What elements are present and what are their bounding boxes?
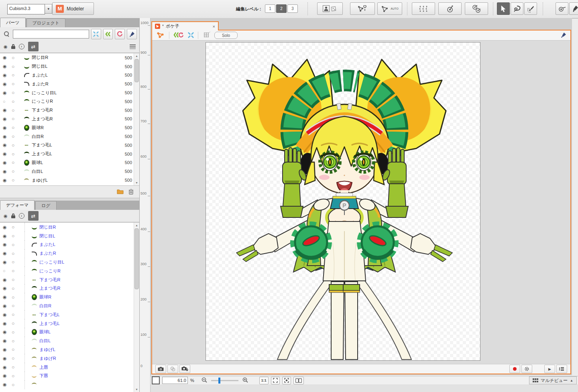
list-item[interactable]: 上まつ毛L (0, 319, 134, 328)
list-item[interactable]: まゆげR (0, 354, 134, 363)
table-row[interactable]: 上まつ毛R500 (0, 115, 134, 124)
pen-tool-button[interactable] (569, 2, 578, 15)
model-texture-view-button[interactable] (317, 2, 343, 15)
multiply-toggle[interactable] (12, 224, 22, 230)
multiply-toggle[interactable] (12, 364, 22, 370)
visibility-toggle[interactable] (3, 329, 12, 335)
multiply-toggle[interactable] (12, 312, 22, 317)
multiview-button[interactable]: マルチビュー ▲ (529, 376, 577, 384)
list-item[interactable]: まぶたL (0, 240, 134, 249)
visibility-toggle[interactable] (3, 99, 12, 104)
trash-icon[interactable] (128, 189, 134, 195)
brush-select-tool-button[interactable] (524, 2, 537, 15)
parts-scrollbar[interactable]: ▲ ▼ (134, 53, 139, 185)
tab-project[interactable]: プロジェクト (26, 18, 66, 27)
table-row[interactable]: 閉じ目R500 (0, 53, 134, 62)
play-button[interactable]: ▶ (544, 365, 555, 373)
list-item[interactable]: 閉じ目R (0, 223, 134, 232)
list-item[interactable]: まぶたR (0, 249, 134, 258)
table-row[interactable]: 白目L500 (0, 167, 134, 176)
table-row[interactable]: 下まつ毛L500 (0, 141, 134, 150)
multiply-toggle[interactable] (12, 99, 22, 104)
multiply-toggle[interactable] (12, 242, 22, 248)
multiply-toggle[interactable] (12, 55, 22, 61)
warp-deformer-button[interactable] (412, 2, 435, 15)
visibility-toggle[interactable] (3, 242, 12, 247)
visibility-toggle[interactable] (3, 169, 12, 174)
list-item[interactable]: 閉じ目L (0, 232, 134, 240)
arrow-tool-button[interactable] (497, 2, 510, 15)
visibility-toggle[interactable] (3, 286, 12, 291)
visibility-toggle[interactable] (3, 321, 12, 326)
expand-arrows-icon[interactable] (188, 32, 194, 39)
visibility-toggle[interactable] (3, 303, 12, 309)
visibility-toggle[interactable] (3, 160, 12, 165)
mesh-auto-button[interactable]: AUTO (377, 2, 402, 15)
multiply-toggle[interactable] (12, 251, 22, 256)
solo-button[interactable]: Solo (214, 32, 238, 39)
multiply-toggle[interactable] (12, 338, 22, 344)
list-item[interactable]: にっこりR (0, 266, 134, 275)
search-icon[interactable] (2, 30, 11, 39)
visibility-toggle[interactable] (3, 81, 12, 87)
visibility-toggle[interactable] (3, 295, 12, 300)
multiply-toggle[interactable] (12, 116, 22, 122)
visibility-toggle[interactable] (3, 277, 12, 282)
list-item[interactable]: 白目R (0, 302, 134, 311)
multiply-toggle[interactable] (12, 90, 22, 95)
list-item[interactable]: 白目L (0, 337, 134, 345)
table-row[interactable]: 白目R500 (0, 132, 134, 141)
zoom-in-icon[interactable] (242, 377, 248, 384)
multiply-toggle[interactable] (12, 142, 22, 148)
zoom-input[interactable]: 61.0 (162, 377, 188, 384)
visibility-toggle[interactable] (3, 64, 12, 69)
visibility-toggle[interactable] (3, 225, 12, 230)
multiply-toggle[interactable] (12, 64, 22, 69)
expand-children-icon[interactable]: › (19, 44, 24, 49)
table-row[interactable]: まゆげL500 (0, 176, 134, 185)
table-row[interactable]: 眼球L500 (0, 158, 134, 167)
table-row[interactable]: 閉じ目L500 (0, 62, 134, 71)
table-row[interactable]: まぶたL500 (0, 71, 134, 80)
zoom-slider[interactable] (211, 380, 238, 381)
visibility-toggle[interactable] (3, 134, 12, 139)
multiply-toggle[interactable] (12, 233, 22, 239)
multiply-toggle[interactable] (12, 169, 22, 174)
deformer-scrollbar[interactable]: ▲ ▼ (134, 223, 139, 392)
table-row[interactable]: 上まつ毛L500 (0, 150, 134, 158)
scrollbar-thumb[interactable] (134, 228, 139, 289)
visibility-toggle[interactable] (3, 365, 12, 370)
grid-toggle-icon[interactable] (202, 32, 210, 39)
lasso-tool-button[interactable] (511, 2, 523, 15)
visibility-toggle[interactable] (3, 347, 12, 352)
multiply-toggle[interactable] (12, 355, 22, 361)
canvas-tab[interactable]: * ポケ子 × (151, 21, 219, 30)
gear-icon[interactable] (521, 365, 532, 373)
fit-selection-icon[interactable] (282, 377, 291, 384)
multiply-toggle[interactable] (12, 268, 22, 274)
view-pin-icon[interactable] (561, 32, 566, 39)
lock-icon[interactable] (11, 44, 15, 49)
multiply-toggle[interactable] (12, 134, 22, 139)
expand-all-button[interactable] (91, 29, 101, 39)
canvas-workspace[interactable]: P (152, 41, 570, 364)
table-row[interactable]: 眼球R500 (0, 123, 134, 132)
glue-tool-button[interactable] (556, 2, 568, 15)
swap-order-button[interactable]: ⇄ (28, 42, 39, 51)
tab-deformer[interactable]: デフォーマ (0, 200, 35, 210)
edit-level-1-button[interactable]: 1 (265, 4, 275, 13)
canvas-color-swatch[interactable] (152, 376, 160, 384)
multiply-toggle[interactable] (12, 321, 22, 326)
multiply-toggle[interactable] (12, 72, 22, 78)
visibility-toggle[interactable] (3, 151, 12, 156)
table-row[interactable]: 下まつ毛R500 (0, 106, 134, 115)
chevron-down-icon[interactable]: ▼ (45, 4, 52, 14)
list-item[interactable]: 下まつ毛R (0, 275, 134, 284)
multiply-toggle[interactable] (12, 259, 22, 265)
table-row[interactable]: にっこりR500 (0, 97, 134, 106)
visibility-toggle[interactable] (3, 312, 12, 317)
model-canvas[interactable]: P (206, 42, 480, 361)
multiply-toggle[interactable] (12, 303, 22, 309)
list-item[interactable]: 眼球L (0, 328, 134, 337)
list-item[interactable]: 眼球R (0, 293, 134, 302)
